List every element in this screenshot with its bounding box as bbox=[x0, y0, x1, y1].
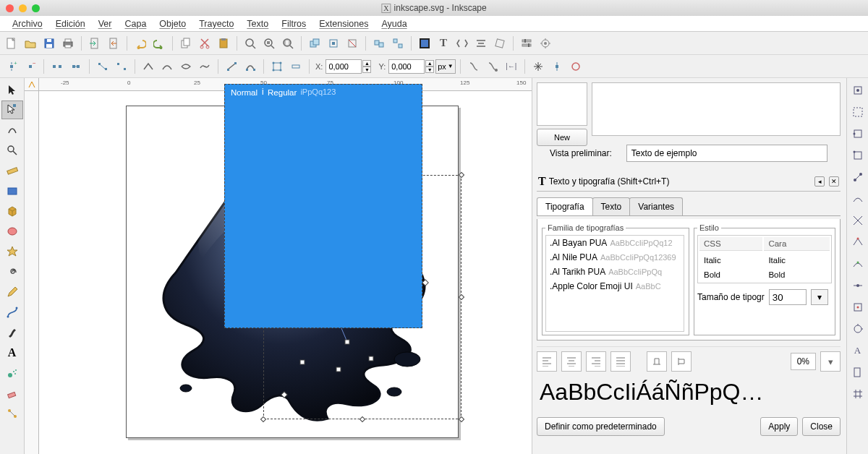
align-right-icon[interactable] bbox=[586, 351, 606, 372]
minimize-window-icon[interactable] bbox=[19, 4, 27, 12]
join-node-icon[interactable] bbox=[67, 58, 85, 75]
style-row[interactable]: BoldBold bbox=[699, 268, 830, 281]
line-spacing-value[interactable]: 0% bbox=[791, 353, 816, 370]
menu-extensions[interactable]: Extensiones bbox=[312, 19, 375, 29]
insert-node-icon[interactable]: + bbox=[3, 58, 20, 75]
spiral-tool[interactable] bbox=[1, 262, 23, 281]
menu-filters[interactable]: Filtros bbox=[275, 19, 312, 29]
menu-layer[interactable]: Capa bbox=[118, 19, 153, 29]
prefs-icon[interactable] bbox=[518, 35, 535, 52]
import-icon[interactable] bbox=[86, 35, 103, 52]
font-item[interactable]: .Al Tarikh PUAAaBbCcIiPpQq bbox=[546, 265, 684, 279]
line-spacing-dropdown[interactable]: ▾ bbox=[820, 351, 841, 372]
snap-bbox-edge-icon[interactable] bbox=[850, 126, 866, 142]
x-coord-input[interactable] bbox=[326, 59, 362, 74]
snap-cusp-icon[interactable] bbox=[850, 234, 866, 250]
close-button[interactable]: Close bbox=[802, 417, 841, 436]
align-left-icon[interactable] bbox=[537, 351, 557, 372]
node-symmetric-icon[interactable] bbox=[177, 58, 195, 75]
bezier-tool[interactable] bbox=[1, 303, 23, 322]
print-icon[interactable] bbox=[59, 35, 77, 52]
redo-icon[interactable] bbox=[150, 35, 168, 52]
snap-grid-icon[interactable] bbox=[850, 386, 866, 402]
delete-segment-icon[interactable] bbox=[113, 58, 130, 75]
duplicate-icon[interactable] bbox=[306, 35, 323, 52]
clone-icon[interactable] bbox=[325, 35, 342, 52]
export-icon[interactable] bbox=[105, 35, 122, 52]
tweak-tool[interactable] bbox=[1, 121, 23, 140]
rect-tool[interactable] bbox=[1, 181, 23, 200]
snap-page-icon[interactable] bbox=[850, 364, 866, 380]
snap-bbox-icon[interactable] bbox=[850, 104, 866, 120]
cut-icon[interactable] bbox=[196, 35, 213, 52]
snap-rotation-icon[interactable] bbox=[850, 321, 866, 337]
align-dialog-icon[interactable] bbox=[472, 35, 490, 52]
pencil-tool[interactable] bbox=[1, 283, 23, 301]
y-coord-input[interactable] bbox=[388, 59, 425, 74]
font-family-list[interactable]: sans-serifAaBbCcIiPpQq123 .Al Bayan PUAA… bbox=[545, 235, 684, 332]
font-size-input[interactable] bbox=[769, 289, 807, 305]
menu-path[interactable]: Trayecto bbox=[192, 19, 240, 29]
menu-text[interactable]: Texto bbox=[240, 19, 275, 29]
align-justify-icon[interactable] bbox=[610, 351, 631, 372]
menu-view[interactable]: Ver bbox=[92, 19, 119, 29]
ungroup-icon[interactable] bbox=[389, 35, 407, 52]
segment-line-icon[interactable] bbox=[223, 58, 240, 75]
unit-select[interactable]: px ▼ bbox=[435, 59, 456, 74]
text-horizontal-icon[interactable] bbox=[647, 351, 667, 372]
3dbox-tool[interactable] bbox=[1, 202, 23, 220]
snap-path-icon[interactable] bbox=[850, 191, 866, 207]
edit-mask-icon[interactable] bbox=[484, 58, 501, 75]
snap-bbox-corner-icon[interactable] bbox=[850, 147, 866, 163]
connector-tool[interactable] bbox=[1, 404, 23, 423]
preview-text-input[interactable] bbox=[626, 145, 827, 162]
undo-icon[interactable] bbox=[132, 35, 149, 52]
delete-node-icon[interactable]: − bbox=[22, 58, 39, 75]
menu-file[interactable]: Archivo bbox=[6, 19, 49, 29]
tab-tipografia[interactable]: Tipografía bbox=[537, 197, 593, 215]
node-smooth-icon[interactable] bbox=[158, 58, 176, 75]
align-center-icon[interactable] bbox=[561, 351, 582, 372]
node-auto-icon[interactable] bbox=[196, 58, 213, 75]
snap-enable-icon[interactable] bbox=[850, 82, 866, 98]
fill-stroke-icon[interactable] bbox=[416, 35, 433, 52]
apply-button[interactable]: Apply bbox=[760, 417, 798, 436]
star-tool[interactable] bbox=[1, 242, 23, 261]
text-tool[interactable]: A bbox=[1, 343, 23, 362]
font-size-dropdown[interactable]: ▾ bbox=[811, 289, 828, 305]
close-window-icon[interactable] bbox=[6, 4, 14, 12]
break-node-icon[interactable] bbox=[48, 58, 66, 75]
object-to-path-icon[interactable] bbox=[268, 58, 286, 75]
eraser-tool[interactable] bbox=[1, 384, 23, 403]
snap-intersection-icon[interactable] bbox=[850, 213, 866, 228]
new-doc-icon[interactable] bbox=[3, 35, 20, 52]
show-transform-handles-icon[interactable] bbox=[529, 58, 547, 75]
spray-tool[interactable] bbox=[1, 364, 23, 382]
y-coord-down[interactable]: ▼ bbox=[425, 67, 434, 73]
snap-midpoint-icon[interactable] bbox=[850, 278, 866, 294]
font-item[interactable]: .Al Nile PUAAaBbCcIiPpQq12369 bbox=[546, 250, 684, 265]
segment-curve-icon[interactable] bbox=[242, 58, 259, 75]
ruler-origin-icon[interactable] bbox=[25, 78, 39, 91]
doc-props-icon[interactable] bbox=[537, 35, 554, 52]
show-handles-icon[interactable] bbox=[548, 58, 566, 75]
text-vertical-icon[interactable] bbox=[671, 351, 692, 372]
menu-help[interactable]: Ayuda bbox=[375, 19, 413, 29]
snap-center-icon[interactable] bbox=[850, 299, 866, 315]
join-segment-icon[interactable] bbox=[94, 58, 111, 75]
circle-tool[interactable] bbox=[1, 222, 23, 241]
menu-object[interactable]: Objeto bbox=[153, 19, 192, 29]
show-outline-icon[interactable] bbox=[567, 58, 584, 75]
tab-texto[interactable]: Texto bbox=[592, 197, 631, 215]
node-tool[interactable] bbox=[1, 100, 23, 119]
zoom-page-icon[interactable] bbox=[279, 35, 297, 52]
paste-icon[interactable] bbox=[215, 35, 232, 52]
stroke-to-path-icon[interactable] bbox=[287, 58, 305, 75]
tab-variantes[interactable]: Variantes bbox=[629, 197, 683, 215]
font-item[interactable]: .Al Bayan PUAAaBbCcIiPpQq12 bbox=[546, 236, 684, 250]
unlink-clone-icon[interactable] bbox=[344, 35, 361, 52]
selector-tool[interactable] bbox=[1, 80, 23, 99]
zoom-window-icon[interactable] bbox=[32, 4, 40, 12]
zoom-tool[interactable] bbox=[1, 141, 23, 160]
snap-text-baseline-icon[interactable]: A bbox=[850, 343, 866, 359]
